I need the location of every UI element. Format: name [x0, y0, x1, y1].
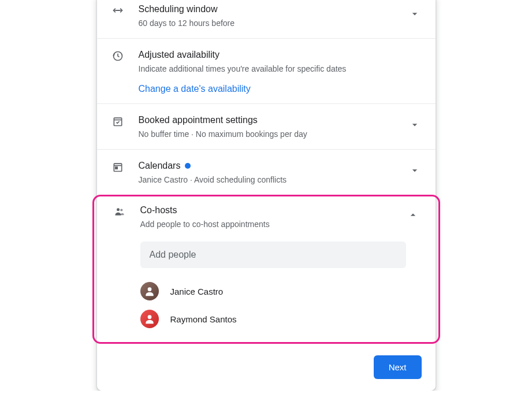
avatar — [140, 310, 159, 328]
calendar-check-icon — [111, 114, 125, 128]
calendars-title: Calendars — [139, 159, 181, 173]
adjusted-availability-section: Adjusted availability Indicate additiona… — [97, 39, 436, 104]
svg-rect-3 — [115, 167, 117, 169]
adjusted-availability-subtitle: Indicate additional times you're availab… — [139, 63, 422, 75]
avatar — [140, 282, 159, 300]
svg-point-4 — [117, 208, 120, 211]
booked-settings-title: Booked appointment settings — [139, 113, 408, 127]
calendars-section[interactable]: Calendars Janice Castro · Avoid scheduli… — [97, 150, 436, 195]
adjusted-availability-title: Adjusted availability — [139, 48, 422, 62]
list-item[interactable]: Raymond Santos — [140, 305, 406, 333]
person-name: Janice Castro — [170, 287, 224, 296]
svg-rect-1 — [114, 118, 121, 125]
add-people-input[interactable] — [140, 242, 406, 268]
cohosts-subtitle: Add people to co-host appointments — [140, 218, 406, 230]
people-icon — [113, 205, 127, 218]
cohosts-highlight: Co-hosts Add people to co-host appointme… — [92, 195, 440, 344]
cohosts-people-list: Janice Castro Raymond Santos — [140, 277, 406, 333]
scheduling-window-subtitle: 60 days to 12 hours before — [139, 17, 408, 29]
next-button[interactable]: Next — [374, 355, 422, 379]
scheduling-window-title: Scheduling window — [139, 2, 408, 16]
indicator-dot-icon — [185, 163, 191, 169]
svg-point-6 — [147, 287, 151, 291]
booked-settings-section[interactable]: Booked appointment settings No buffer ti… — [97, 104, 436, 150]
booked-settings-subtitle: No buffer time · No maximum bookings per… — [139, 128, 408, 140]
calendars-subtitle: Janice Castro · Avoid scheduling conflic… — [139, 174, 408, 185]
settings-panel: Scheduling window 60 days to 12 hours be… — [97, 0, 436, 391]
panel-footer: Next — [97, 344, 436, 391]
clock-refresh-icon — [111, 49, 125, 63]
cohosts-section: Co-hosts Add people to co-host appointme… — [94, 196, 438, 342]
svg-point-7 — [147, 315, 151, 319]
scheduling-window-section[interactable]: Scheduling window 60 days to 12 hours be… — [97, 0, 436, 39]
chevron-up-icon[interactable] — [406, 208, 420, 222]
swap-icon — [111, 3, 125, 17]
list-item[interactable]: Janice Castro — [140, 277, 406, 305]
chevron-down-icon[interactable] — [408, 7, 422, 21]
svg-point-5 — [120, 209, 122, 211]
chevron-down-icon[interactable] — [408, 164, 422, 177]
calendar-today-icon — [111, 160, 125, 174]
chevron-down-icon[interactable] — [408, 118, 422, 132]
person-name: Raymond Santos — [170, 314, 237, 324]
cohosts-title: Co-hosts — [140, 203, 406, 217]
change-availability-link[interactable]: Change a date's availability — [139, 84, 251, 94]
